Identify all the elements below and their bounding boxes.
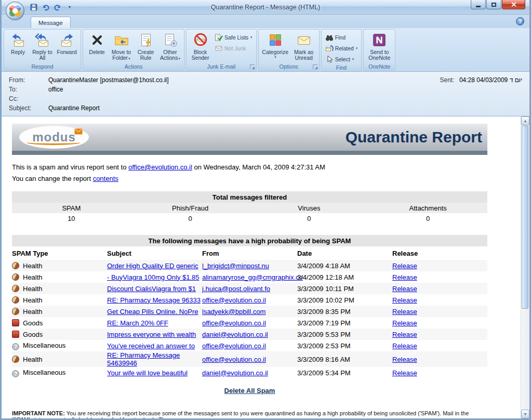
spam-row: Health - BuyViagra 100mg Only $1.85 alin… bbox=[12, 271, 487, 283]
goods-icon bbox=[12, 331, 19, 338]
spam-from-link[interactable]: office@evolution.co.il bbox=[202, 356, 266, 363]
create-rule-icon bbox=[138, 32, 154, 48]
categorize-button[interactable]: Categorize ▾ bbox=[260, 31, 290, 63]
spam-from-link[interactable]: daniel@evolution.co.il bbox=[202, 369, 268, 377]
scrollbar-thumb[interactable] bbox=[522, 126, 528, 309]
release-link[interactable]: Release bbox=[392, 342, 417, 350]
save-button[interactable] bbox=[29, 2, 39, 12]
spam-from-link[interactable]: alinamaryrose_gg@cmgraphix.co bbox=[202, 273, 303, 281]
mark-as-unread-button[interactable]: Mark as Unread bbox=[290, 31, 317, 63]
delete-button[interactable]: Delete bbox=[85, 31, 109, 63]
spam-subject-link[interactable]: Get Cheap Pills Online. NoPre bbox=[107, 308, 198, 316]
safe-lists-button[interactable]: Safe Lists ▾ bbox=[213, 33, 255, 42]
safe-lists-icon bbox=[215, 33, 223, 42]
forward-button[interactable]: Forward bbox=[55, 31, 79, 63]
reply-button[interactable]: Reply bbox=[6, 31, 30, 63]
redo-button[interactable] bbox=[52, 2, 63, 12]
totals-val-spam: 10 bbox=[12, 213, 131, 224]
spam-from-link[interactable]: l_brigidct@minpost.nu bbox=[202, 262, 269, 270]
onenote-icon bbox=[371, 32, 388, 48]
modus-logo: modus bbox=[19, 126, 89, 149]
spam-subject-link[interactable]: - BuyViagra 100mg Only $1.85 bbox=[107, 273, 200, 281]
vertical-scrollbar[interactable]: ▲ ▼ bbox=[521, 116, 529, 418]
undo-button[interactable] bbox=[41, 2, 51, 12]
find-icon bbox=[325, 33, 334, 42]
office-button[interactable] bbox=[5, 1, 25, 21]
not-junk-button[interactable]: Not Junk bbox=[213, 44, 255, 53]
create-rule-button[interactable]: Create Rule bbox=[134, 31, 158, 63]
email-banner: modus Quarantine Report bbox=[12, 124, 487, 151]
close-icon bbox=[511, 2, 516, 7]
find-button[interactable]: Find bbox=[323, 33, 360, 42]
related-icon bbox=[325, 44, 334, 52]
related-button[interactable]: Related ▾ bbox=[323, 44, 360, 53]
goods-icon bbox=[12, 319, 19, 326]
spam-subject-link[interactable]: RE: March 20% 0FF bbox=[107, 319, 168, 327]
to-value[interactable]: office bbox=[48, 85, 63, 94]
scroll-up-button[interactable]: ▲ bbox=[521, 116, 529, 125]
block-sender-button[interactable]: Block Sender bbox=[188, 31, 213, 63]
subject-value: Quarantine Report bbox=[48, 103, 100, 113]
scrollbar-track[interactable] bbox=[521, 125, 529, 410]
send-to-onenote-button[interactable]: Send to OneNote bbox=[365, 31, 393, 63]
release-link[interactable]: Release bbox=[392, 308, 417, 316]
totals-values-row: 10 0 0 0 bbox=[12, 213, 487, 224]
window-controls bbox=[471, 0, 525, 9]
release-link[interactable]: Release bbox=[392, 356, 417, 363]
release-link[interactable]: Release bbox=[392, 285, 417, 293]
release-link[interactable]: Release bbox=[392, 319, 417, 327]
spam-section-title: The following messages have a high proba… bbox=[12, 235, 487, 246]
modus-swoosh-icon bbox=[26, 140, 81, 145]
maximize-button[interactable] bbox=[486, 0, 501, 9]
reply-to-all-icon bbox=[34, 32, 51, 48]
help-button[interactable]: ? bbox=[516, 17, 524, 25]
spam-from-link[interactable]: office@evolution.co.il bbox=[202, 296, 266, 304]
junk-dialog-launcher-icon[interactable] bbox=[250, 64, 255, 69]
release-link[interactable]: Release bbox=[392, 273, 417, 281]
health-icon bbox=[11, 272, 20, 282]
spam-date: 3/3/2009 8:35 PM bbox=[297, 306, 392, 317]
other-actions-button[interactable]: Other Actions▾ bbox=[158, 31, 182, 63]
spam-from-link[interactable]: daniel@evolution.co.il bbox=[202, 331, 268, 338]
delete-all-spam-link[interactable]: Delete All Spam bbox=[224, 387, 275, 395]
spam-from-link[interactable]: lsadyekk@bpbill.com bbox=[202, 308, 266, 316]
spam-row: Health Order High Quality ED generic l_b… bbox=[12, 260, 487, 271]
minimize-button[interactable] bbox=[471, 0, 486, 9]
release-link[interactable]: Release bbox=[392, 296, 417, 304]
dropdown-arrow-icon: ▾ bbox=[178, 57, 180, 60]
spam-subject-link[interactable]: Impress everyone with wealth bbox=[107, 331, 196, 338]
spam-from-link[interactable]: j.huica@post.olivant.fo bbox=[202, 285, 270, 293]
move-to-folder-button[interactable]: Move to Folder▾ bbox=[109, 31, 134, 63]
group-label-respond: Respond bbox=[31, 63, 53, 70]
spam-from-link[interactable]: office@evolution.co.il bbox=[202, 319, 266, 327]
release-link[interactable]: Release bbox=[392, 369, 417, 377]
totals-val-attachments: 0 bbox=[368, 213, 487, 224]
reply-to-all-button[interactable]: Reply to All bbox=[30, 31, 55, 63]
scroll-down-button[interactable]: ▼ bbox=[521, 410, 529, 418]
categorize-icon bbox=[267, 32, 284, 48]
spam-from-link[interactable]: office@evolution.co.il bbox=[202, 342, 266, 350]
outlook-message-window: ▾ Quarantine Report - Message (HTML) Mes… bbox=[0, 0, 531, 420]
contents-link[interactable]: contents bbox=[93, 175, 118, 182]
ribbon-tab-row: Message ? bbox=[2, 15, 529, 28]
spam-subject-link[interactable]: Your wife will love beautiful bbox=[107, 369, 188, 377]
report-email-link[interactable]: office@evolution.co.il bbox=[128, 163, 192, 171]
close-button[interactable] bbox=[502, 0, 525, 9]
spam-subject-link[interactable]: RE: Pharmacy Message 54639946 bbox=[107, 351, 180, 367]
select-button[interactable]: Select ▾ bbox=[323, 55, 360, 64]
release-link[interactable]: Release bbox=[392, 262, 417, 270]
spam-subject-link[interactable]: You've received an answer to bbox=[107, 342, 195, 350]
message-header-panel: From: QuarantineMaster [postmaster@1host… bbox=[2, 72, 529, 116]
window-title: Quarantine Report - Message (HTML) bbox=[2, 4, 529, 11]
save-icon bbox=[30, 4, 37, 11]
options-dialog-launcher-icon[interactable] bbox=[313, 64, 317, 69]
spam-date: 3/3/2009 5:53 PM bbox=[297, 329, 392, 340]
qat-customize-dropdown[interactable]: ▾ bbox=[64, 2, 75, 12]
spam-subject-link[interactable]: RE: Pharmacy Message 96333 bbox=[107, 296, 201, 304]
from-value[interactable]: QuarantineMaster [postmaster@1host.co.il… bbox=[48, 75, 169, 85]
spam-date: 3/3/2009 2:53 PM bbox=[297, 340, 392, 351]
spam-subject-link[interactable]: Discount CialisViagra from $1 bbox=[107, 285, 196, 293]
release-link[interactable]: Release bbox=[392, 331, 417, 338]
tab-message[interactable]: Message bbox=[31, 17, 71, 28]
spam-subject-link[interactable]: Order High Quality ED generic bbox=[107, 262, 198, 270]
